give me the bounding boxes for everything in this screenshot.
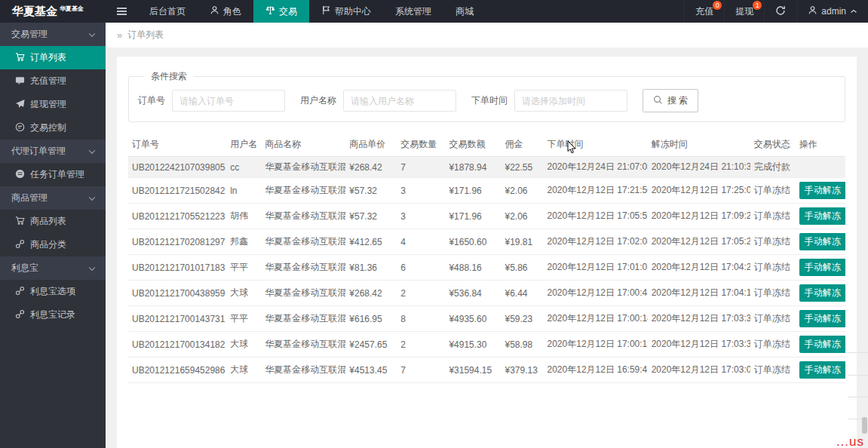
action-cell: 手动解冻 [796, 229, 845, 255]
order-no-cell: UB2012121701017183 [128, 255, 226, 281]
commission-cell: ¥2.06 [501, 204, 543, 229]
unfreeze-time-cell: 2020年12月12日 17:03:03 [648, 357, 750, 383]
nav-help-center[interactable]: 帮助中心 [309, 0, 383, 23]
unfreeze-button[interactable]: 手动解冻 [799, 310, 845, 327]
user-name-label: 用户名称 [300, 94, 336, 107]
user-name-cell: 邦鑫 [226, 229, 261, 255]
breadcrumb-symbol: » [117, 29, 122, 41]
sidebar-item-order-list[interactable]: 订单列表 [0, 46, 106, 69]
nav-mall[interactable]: 商城 [443, 0, 486, 23]
nav-trade[interactable]: 交易 [253, 0, 309, 23]
brand-logo: 华夏基金 华夏基金 [0, 0, 106, 23]
user-name-field-group: 用户名称 [300, 90, 456, 112]
order-time-cell: 2020年12月24日 21:07:03 [544, 157, 648, 178]
sidebar-item-agent-order-management[interactable]: 代理订单管理 [0, 140, 106, 163]
order-time-cell: 2020年12月12日 17:21:50 [544, 178, 648, 204]
unfreeze-button[interactable]: 手动解冻 [799, 259, 845, 276]
user-menu[interactable]: admin [796, 0, 868, 23]
order-time-cell: 2020年12月12日 17:05:52 [544, 204, 648, 229]
sidebar-item-product-category[interactable]: 商品分类 [0, 233, 106, 256]
user-name-cell: 平平 [226, 255, 261, 281]
user-name-cell: 大球 [226, 332, 261, 357]
action-cell: 手动解冻 [796, 281, 845, 306]
user-name-input[interactable] [343, 90, 456, 112]
product-name-cell: 华夏基金移动互联混合 [261, 255, 345, 281]
commission-cell: ¥6.44 [501, 281, 543, 306]
refresh-button[interactable] [764, 0, 796, 23]
unfreeze-button[interactable]: 手动解冻 [799, 284, 845, 302]
sidebar-item-product-management[interactable]: 商品管理 [0, 186, 106, 210]
amount-cell: ¥171.96 [445, 204, 501, 229]
table-row: UB2012121702081297 邦鑫 华夏基金移动互联混合 ¥412.65… [128, 229, 845, 255]
order-table: 订单号 用户名 商品名称 商品单价 交易数量 交易数额 佣金 下单时间 解冻时间… [128, 133, 845, 383]
table-row: UB2012121705521223 胡伟 华夏基金移动互联混合 ¥57.32 … [128, 204, 845, 229]
sidebar-item-withdraw-management[interactable]: 提现管理 [0, 93, 106, 116]
fixed-column-line [848, 397, 868, 397]
unfreeze-button[interactable]: 手动解冻 [799, 207, 845, 225]
unfreeze-button[interactable]: 手动解冻 [799, 336, 845, 353]
recharge-badge: 0 [713, 1, 722, 10]
nav-roles[interactable]: 角色 [198, 0, 253, 23]
sidebar-item-interest-records[interactable]: 利息宝记录 [0, 303, 106, 327]
unfreeze-button[interactable]: 手动解冻 [799, 361, 845, 379]
table-header-row: 订单号 用户名 商品名称 商品单价 交易数量 交易数额 佣金 下单时间 解冻时间… [128, 133, 845, 157]
unit-price-cell: ¥4513.45 [345, 357, 397, 383]
sidebar-item-trade-control[interactable]: 交易控制 [0, 116, 106, 140]
commission-cell: ¥379.13 [501, 357, 543, 383]
search-button[interactable]: 搜 索 [643, 89, 698, 112]
table-row: UB2012121700143731 平平 华夏基金移动互联混合 ¥616.95… [128, 306, 845, 332]
recharge-button[interactable]: 充值 0 [684, 0, 724, 23]
sidebar-item-trade-management[interactable]: 交易管理 [0, 23, 106, 46]
order-table-body: UB2012242107039805 cc 华夏基金移动互联混合 ¥268.42… [128, 157, 845, 383]
product-name-cell: 华夏基金移动互联混合 [261, 157, 345, 178]
amount-cell: ¥171.96 [445, 178, 501, 204]
action-cell: 手动解冻 [796, 332, 845, 357]
sidebar-item-interest-treasure[interactable]: 利息宝 [0, 256, 106, 280]
amount-cell: ¥1650.60 [445, 229, 501, 255]
link-icon [15, 309, 25, 321]
commission-cell: ¥5.86 [501, 255, 543, 281]
commission-cell: ¥2.06 [501, 178, 543, 204]
vertical-scrollbar-thumb[interactable] [862, 417, 867, 434]
sidebar-item-interest-options[interactable]: 利息宝选项 [0, 280, 106, 303]
table-row: UB2012121700438959 大球 华夏基金移动互联混合 ¥268.42… [128, 281, 845, 306]
amount-cell: ¥31594.15 [445, 357, 501, 383]
menu-toggle-icon[interactable] [106, 0, 137, 23]
username: admin [821, 6, 846, 17]
table-row: UB2012121659452986 大球 华夏基金移动互联混合 ¥4513.4… [128, 357, 845, 383]
product-name-cell: 华夏基金移动互联混合 [261, 204, 345, 229]
withdraw-button[interactable]: 提现 1 [724, 0, 764, 23]
refresh-icon [775, 5, 786, 18]
sidebar-item-task-order-management[interactable]: 任务订单管理 [0, 163, 106, 186]
order-time-input[interactable] [514, 90, 627, 112]
unit-price-cell: ¥57.32 [345, 178, 397, 204]
cart-icon [15, 52, 25, 64]
nav-system-management[interactable]: 系统管理 [383, 0, 443, 23]
unfreeze-button[interactable]: 手动解冻 [799, 182, 845, 199]
link-icon [15, 239, 25, 251]
order-no-input[interactable] [172, 90, 285, 112]
unit-price-cell: ¥2457.65 [345, 332, 397, 357]
action-cell: 手动解冻 [796, 357, 845, 383]
unfreeze-time-cell: 2020年12月12日 17:25:08 [648, 178, 750, 204]
chevron-up-icon [850, 6, 857, 17]
unfreeze-time-cell: 2020年12月12日 17:03:34 [648, 306, 750, 332]
unfreeze-time-cell: 2020年12月12日 17:05:29 [648, 229, 750, 255]
unfreeze-button[interactable]: 手动解冻 [799, 233, 845, 250]
flag-icon [321, 5, 331, 17]
sidebar: 交易管理 订单列表 充值管理 提现管理 交易控制 代理订单管理 任务订单管理 商… [0, 23, 106, 448]
sidebar-item-product-list[interactable]: 商品列表 [0, 210, 106, 233]
user-name-cell: 平平 [226, 306, 261, 332]
user-name-cell: 胡伟 [226, 204, 261, 229]
commission-cell: ¥19.81 [501, 229, 543, 255]
control-icon [15, 122, 25, 134]
table-row: UB2012242107039805 cc 华夏基金移动互联混合 ¥268.42… [128, 157, 845, 178]
amount-cell: ¥488.16 [445, 255, 501, 281]
order-no-cell: UB2012121659452986 [128, 357, 226, 383]
product-name-cell: 华夏基金移动互联混合 [261, 281, 345, 306]
nav-home[interactable]: 后台首页 [137, 0, 198, 23]
user-name-cell: 大球 [226, 281, 261, 306]
sidebar-item-recharge-management[interactable]: 充值管理 [0, 69, 106, 93]
status-cell: 订单冻结 [750, 229, 796, 255]
withdraw-badge: 1 [753, 1, 762, 10]
